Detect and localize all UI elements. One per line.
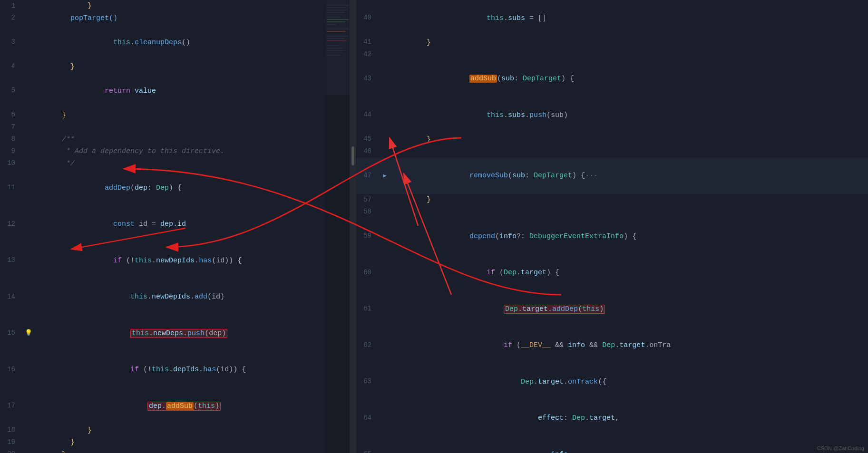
line-row: 2 popTarget()	[0, 12, 350, 25]
line-row: 15 💡 this.newDeps.push(dep)	[0, 315, 350, 352]
code-token: ()	[182, 39, 190, 47]
code-token: .	[517, 269, 521, 277]
code-token: }	[36, 451, 66, 453]
fold-arrow[interactable]: ▶	[383, 171, 386, 181]
highlighted-adddep: Dep.target.addDep(this)	[504, 305, 605, 314]
code-token: effect	[435, 414, 564, 422]
line-number: 9	[0, 146, 23, 157]
line-row: 9 * Add a dependency to this directive.	[0, 145, 350, 158]
code-token: if	[435, 341, 512, 349]
line-row: 64 effect: Dep.target,	[356, 400, 868, 437]
line-number: 16	[0, 364, 23, 376]
code-token: DepTarget	[523, 75, 561, 83]
code-token: info	[499, 232, 517, 241]
code-token: .	[585, 414, 589, 422]
code-token: dep	[135, 184, 147, 192]
line-number: 64	[356, 413, 379, 424]
code-token: value	[130, 87, 156, 95]
code-token: }	[36, 438, 75, 446]
line-number: 65	[356, 449, 379, 453]
code-token: Dep	[602, 341, 615, 349]
code-token: (id)) {	[216, 366, 246, 374]
code-token: addDep	[79, 184, 130, 192]
panel-divider[interactable]	[350, 0, 356, 453]
code-token: depend	[435, 232, 495, 241]
code-token: .	[615, 341, 619, 349]
code-token: ,	[615, 414, 619, 422]
code-token: ({	[598, 378, 606, 386]
code-token: this	[435, 111, 504, 119]
code-token: newDep	[156, 257, 182, 265]
code-token: this	[152, 366, 169, 374]
code-token: .	[147, 293, 152, 301]
left-panel: 1 } 2 popTarget() 3 this.cleanupDeps()	[0, 0, 350, 453]
code-token: has	[203, 366, 216, 374]
line-number: 13	[0, 255, 23, 266]
line-row: 16 if (!this.depIds.has(id)) {	[0, 352, 350, 388]
code-token: depIds	[173, 366, 199, 374]
code-token: return	[79, 87, 130, 95]
code-token: this	[79, 39, 130, 47]
line-row: 62 if (__DEV__ && info && Dep.target.onT…	[356, 328, 868, 364]
code-token: newDepIds	[152, 293, 190, 301]
code-token: (!	[122, 257, 135, 265]
code-token: Dep	[572, 414, 585, 422]
code-token: ) {	[572, 172, 585, 180]
line-number: 7	[0, 122, 23, 133]
code-token: (	[495, 269, 504, 277]
code-token: * Add a dependency to this directive.	[36, 147, 224, 155]
code-token: }	[392, 196, 431, 204]
code-token: .	[173, 220, 177, 228]
code-token: sub	[501, 75, 514, 83]
line-number: 8	[0, 134, 23, 145]
line-number: 18	[0, 424, 23, 436]
code-token: .	[199, 366, 203, 374]
line-number: 47	[356, 170, 379, 182]
code-token: (	[495, 232, 499, 241]
line-number: 17	[0, 400, 23, 412]
code-token-addsub: addSub	[166, 402, 194, 410]
editor-container: 1 } 2 popTarget() 3 this.cleanupDeps()	[0, 0, 868, 453]
line-gutter: 💡	[23, 328, 34, 338]
line-row: 43 addSub(sub: DepTarget) {	[356, 61, 868, 97]
highlighted-code: this.newDeps.push(dep)	[130, 329, 227, 338]
code-token: this	[582, 305, 599, 313]
line-row: 5 return value	[0, 73, 350, 109]
line-row: 40 this.subs = []	[356, 0, 868, 37]
code-token: Ids	[182, 257, 195, 265]
code-token: removeSub	[435, 172, 508, 180]
code-token: */	[36, 160, 75, 168]
code-token: DepTarget	[534, 172, 572, 180]
code-token: target	[619, 341, 645, 349]
line-number: 61	[356, 303, 379, 315]
line-row: 8 /**	[0, 134, 350, 146]
code-token: (	[130, 184, 135, 192]
line-number: 40	[356, 12, 379, 24]
code-token: &&	[551, 341, 568, 349]
code-token: .	[190, 293, 195, 301]
line-number: 11	[0, 182, 23, 193]
code-token: Dep	[505, 305, 518, 313]
code-token: )	[599, 305, 604, 313]
code-token: this	[435, 14, 504, 22]
line-row: 45 }	[356, 134, 868, 146]
code-token: if	[79, 257, 122, 265]
code-token: cleanupDeps	[135, 39, 182, 47]
code-token: .	[525, 111, 529, 119]
code-token: }	[36, 426, 92, 434]
code-token: Dep	[504, 269, 517, 277]
code-token: .onTra	[645, 341, 671, 349]
line-number: 63	[356, 376, 379, 387]
code-token: &&	[585, 341, 602, 349]
code-token: target	[521, 269, 546, 277]
code-token: addSub	[470, 75, 496, 83]
line-number: 15	[0, 328, 23, 339]
addsub-function-name: addSub	[469, 75, 497, 83]
line-row: 65 ...info	[356, 436, 868, 453]
divider-handle[interactable]	[351, 146, 354, 165]
code-token: .	[504, 14, 508, 22]
code-token: this	[79, 293, 147, 301]
code-token: ) {	[624, 232, 636, 241]
code-token: .	[195, 257, 199, 265]
code-token: target	[589, 414, 615, 422]
